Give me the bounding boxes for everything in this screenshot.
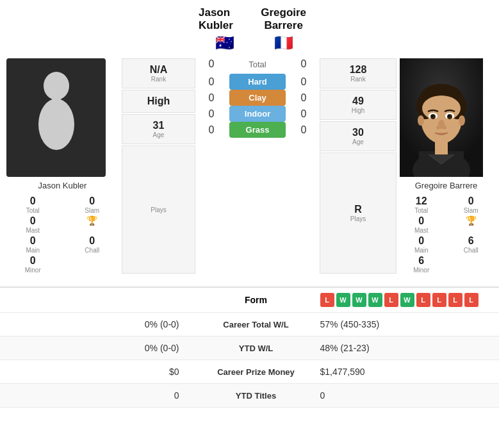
nh-center-left-spacer xyxy=(122,6,195,52)
indoor-score-right: 0 xyxy=(291,108,316,120)
left-player-photo xyxy=(6,58,106,177)
form-label: Form xyxy=(192,295,320,305)
right-player-name: Gregoire Barrere xyxy=(250,6,316,32)
right-stats-grid: 12 Total 0 Slam 0 Mast 🏆 0 Main xyxy=(400,195,493,274)
left-chall-label: Chall xyxy=(85,247,99,254)
grass-score-left: 0 xyxy=(199,124,224,136)
form-badge-2: W xyxy=(352,293,366,307)
rank-box-right: 128 Rank xyxy=(320,58,397,88)
right-player-name-label: Gregoire Barrere xyxy=(400,181,493,190)
right-player-photo xyxy=(400,58,483,177)
right-slam-value: 0 xyxy=(468,195,474,207)
stats-row-3: 0 YTD Titles 0 xyxy=(0,384,499,408)
form-badge-4: L xyxy=(384,293,398,307)
right-slam-stat: 0 Slam xyxy=(450,195,493,214)
right-trophy-area: 🏆 xyxy=(450,215,493,234)
stats-right-1: 48% (21-23) xyxy=(320,343,490,353)
svg-point-0 xyxy=(44,72,69,100)
stats-row-2: $0 Career Prize Money $1,477,590 xyxy=(0,360,499,384)
right-minor-stat: 6 Minor xyxy=(400,255,443,274)
nh-right-spacer xyxy=(400,6,493,52)
stats-row-1: 0% (0-0) YTD W/L 48% (21-23) xyxy=(0,336,499,360)
right-trophy-icon: 🏆 xyxy=(466,215,477,226)
form-row: Form LWWWLWLLLL xyxy=(0,288,499,313)
right-minor-label: Minor xyxy=(413,267,429,274)
stats-left-0: 0% (0-0) xyxy=(10,319,192,329)
nh-left-spacer xyxy=(6,6,119,52)
age-value-left: 31 xyxy=(125,120,192,131)
form-badge-1: W xyxy=(336,293,350,307)
right-total-label: Total xyxy=(414,207,428,214)
right-chall-label: Chall xyxy=(464,247,479,254)
stats-center-1: YTD W/L xyxy=(192,344,320,353)
form-badge-3: W xyxy=(368,293,382,307)
indoor-surface-btn[interactable]: Indoor xyxy=(229,106,286,122)
left-chall-value: 0 xyxy=(89,235,95,247)
center-left-stats: N/A Rank High 31 Age Plays xyxy=(122,58,195,274)
age-box-left: 31 Age xyxy=(122,114,195,144)
silhouette-svg xyxy=(28,67,85,169)
age-value-right: 30 xyxy=(323,127,393,138)
hard-surface-btn[interactable]: Hard xyxy=(229,74,286,90)
plays-value-left: Plays xyxy=(151,206,166,213)
trophy-icon: 🏆 xyxy=(86,215,97,226)
stats-center-0: Career Total W/L xyxy=(192,320,320,329)
form-badge-0: L xyxy=(320,293,334,307)
left-mast-value: 0 xyxy=(30,215,36,227)
center-right-stats: 128 Rank 49 High 30 Age R Plays xyxy=(320,58,397,274)
form-badge-5: W xyxy=(400,293,414,307)
stats-center-3: YTD Titles xyxy=(192,391,320,401)
right-minor-value: 6 xyxy=(418,255,424,267)
left-player-name-label: Jason Kubler xyxy=(6,181,119,190)
right-main-value: 0 xyxy=(418,235,424,247)
left-main-stat: 0 Main xyxy=(6,235,60,254)
indoor-score-left: 0 xyxy=(199,108,224,120)
high-box-right: 49 High xyxy=(320,90,397,120)
stats-rows-container: 0% (0-0) Career Total W/L 57% (450-335) … xyxy=(0,313,499,408)
hard-score-row: 0 Hard 0 xyxy=(199,74,316,90)
right-mast-label: Mast xyxy=(414,227,429,234)
page-container: Jason Kubler 🇦🇺 Gregoire Barrere 🇫🇷 xyxy=(0,0,499,408)
form-badge-8: L xyxy=(448,293,462,307)
stats-left-3: 0 xyxy=(10,390,192,401)
grass-surface-btn[interactable]: Grass xyxy=(229,122,286,138)
left-minor-value: 0 xyxy=(30,255,36,267)
high-value-left: High xyxy=(125,95,192,107)
total-score-right: 0 xyxy=(291,58,316,70)
right-player-flag: 🇫🇷 xyxy=(274,34,293,52)
right-player-column: Gregoire Barrere 12 Total 0 Slam 0 Mast … xyxy=(400,58,493,274)
clay-score-right: 0 xyxy=(291,92,316,104)
clay-score-row: 0 Clay 0 xyxy=(199,90,316,106)
stats-right-3: 0 xyxy=(320,390,490,401)
rank-label-right: Rank xyxy=(323,76,393,83)
left-slam-value: 0 xyxy=(89,195,95,207)
total-score-row: 0 Total 0 xyxy=(199,58,316,70)
stats-right-2: $1,477,590 xyxy=(320,367,490,377)
plays-box-left: Plays xyxy=(122,145,195,274)
hard-score-left: 0 xyxy=(199,76,224,88)
rank-label-left: Rank xyxy=(125,76,192,83)
form-badge-9: L xyxy=(464,293,479,307)
bottom-section: Form LWWWLWLLLL 0% (0-0) Career Total W/… xyxy=(0,286,499,408)
svg-point-19 xyxy=(448,115,450,117)
left-total-label: Total xyxy=(26,207,40,214)
left-minor-label: Minor xyxy=(25,267,41,274)
left-player-name: Jason Kubler xyxy=(199,6,250,32)
stats-left-2: $0 xyxy=(10,367,192,377)
score-surface-column: 0 Total 0 0 Hard 0 0 Clay 0 0 Indoor 0 xyxy=(199,58,316,274)
right-chall-value: 6 xyxy=(468,235,474,247)
clay-surface-btn[interactable]: Clay xyxy=(229,90,286,106)
svg-point-18 xyxy=(431,115,434,117)
names-mid: Jason Kubler 🇦🇺 Gregoire Barrere 🇫🇷 xyxy=(199,6,316,52)
left-minor-stat: 0 Minor xyxy=(6,255,60,274)
high-box-left: High xyxy=(122,90,195,113)
age-label-left: Age xyxy=(125,131,192,138)
stats-left-1: 0% (0-0) xyxy=(10,343,192,353)
age-label-right: Age xyxy=(323,138,393,145)
right-mast-stat: 0 Mast xyxy=(400,215,443,234)
hard-score-right: 0 xyxy=(291,76,316,88)
age-box-right: 30 Age xyxy=(320,121,397,151)
trophy-area: 🏆 xyxy=(66,215,119,234)
left-mast-label: Mast xyxy=(26,227,40,234)
form-results: LWWWLWLLLL xyxy=(320,293,490,307)
